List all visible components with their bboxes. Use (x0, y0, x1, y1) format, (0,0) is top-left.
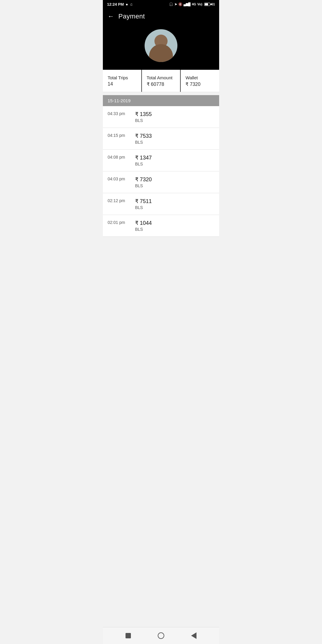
header: ← Payment (103, 8, 219, 26)
tx-type: BLS (135, 118, 152, 123)
music-icon: ♫ (130, 2, 133, 7)
tx-amount: ₹ 1347 (135, 154, 152, 161)
avatar (145, 29, 177, 62)
total-trips-value: 14 (108, 81, 138, 87)
tx-amount: ₹ 1355 (135, 111, 152, 117)
status-bar: 12:24 PM ● ♫ 🎧 ➤ 🔇 ▄▆█ 4G Vo) 61 (103, 0, 219, 8)
tx-time: 04:33 pm (108, 111, 129, 116)
table-row[interactable]: 02:12 pm₹ 7511BLS (103, 193, 219, 215)
dot-icon: ● (126, 2, 128, 7)
tx-time: 04:03 pm (108, 176, 129, 181)
battery-level: 61 (211, 2, 215, 6)
avatar-body (149, 44, 173, 62)
volte-label: Vo) (197, 2, 202, 6)
time-display: 12:24 PM (107, 2, 124, 7)
wallet-value: ₹ 7320 (185, 81, 216, 87)
total-trips-label: Total Trips (108, 75, 138, 80)
table-row[interactable]: 04:08 pm₹ 1347BLS (103, 150, 219, 171)
tx-details: ₹ 1044BLS (135, 220, 152, 232)
total-trips-card: Total Trips 14 (103, 70, 142, 92)
tx-time: 02:12 pm (108, 198, 129, 203)
status-left: 12:24 PM ● ♫ (107, 2, 133, 7)
wallet-card: Wallet ₹ 7320 (181, 70, 219, 92)
tx-details: ₹ 7320BLS (135, 176, 152, 188)
tx-time: 04:08 pm (108, 154, 129, 160)
tx-details: ₹ 1347BLS (135, 154, 152, 166)
battery-icon (204, 3, 210, 6)
date-separator: 15-11-2019 (103, 95, 219, 106)
table-row[interactable]: 04:15 pm₹ 7533BLS (103, 128, 219, 150)
tx-details: ₹ 7511BLS (135, 198, 152, 210)
transaction-sections: 15-11-201904:33 pm₹ 1355BLS04:15 pm₹ 753… (103, 95, 219, 237)
transaction-list: 04:33 pm₹ 1355BLS04:15 pm₹ 7533BLS04:08 … (103, 106, 219, 237)
total-amount-label: Total Amount (147, 75, 177, 80)
table-row[interactable]: 04:03 pm₹ 7320BLS (103, 171, 219, 193)
mute-icon: 🔇 (178, 2, 182, 6)
tx-amount: ₹ 7511 (135, 198, 152, 205)
total-amount-value: ₹ 60778 (147, 81, 177, 87)
total-amount-card: Total Amount ₹ 60778 (142, 70, 181, 92)
table-row[interactable]: 02:01 pm₹ 1044BLS (103, 215, 219, 237)
tx-details: ₹ 7533BLS (135, 133, 152, 145)
network-label: 4G (192, 2, 196, 6)
tx-type: BLS (135, 205, 152, 210)
wallet-label: Wallet (185, 75, 216, 80)
tx-time: 04:15 pm (108, 133, 129, 138)
headphone-icon: 🎧 (169, 2, 173, 6)
tx-details: ₹ 1355BLS (135, 111, 152, 123)
tx-type: BLS (135, 227, 152, 232)
tx-amount: ₹ 1044 (135, 220, 152, 226)
tx-amount: ₹ 7320 (135, 176, 152, 183)
table-row[interactable]: 04:33 pm₹ 1355BLS (103, 106, 219, 128)
stats-row: Total Trips 14 Total Amount ₹ 60778 Wall… (103, 70, 219, 92)
status-right: 🎧 ➤ 🔇 ▄▆█ 4G Vo) 61 (169, 2, 215, 6)
tx-time: 02:01 pm (108, 220, 129, 225)
back-button[interactable]: ← (108, 13, 114, 20)
tx-amount: ₹ 7533 (135, 133, 152, 139)
page-title: Payment (118, 13, 145, 20)
tx-type: BLS (135, 162, 152, 166)
tx-type: BLS (135, 183, 152, 188)
tx-type: BLS (135, 140, 152, 145)
signal-icon: ▄▆█ (184, 2, 191, 6)
location-icon: ➤ (174, 2, 177, 6)
profile-section (103, 26, 219, 71)
avatar-image (145, 29, 177, 62)
